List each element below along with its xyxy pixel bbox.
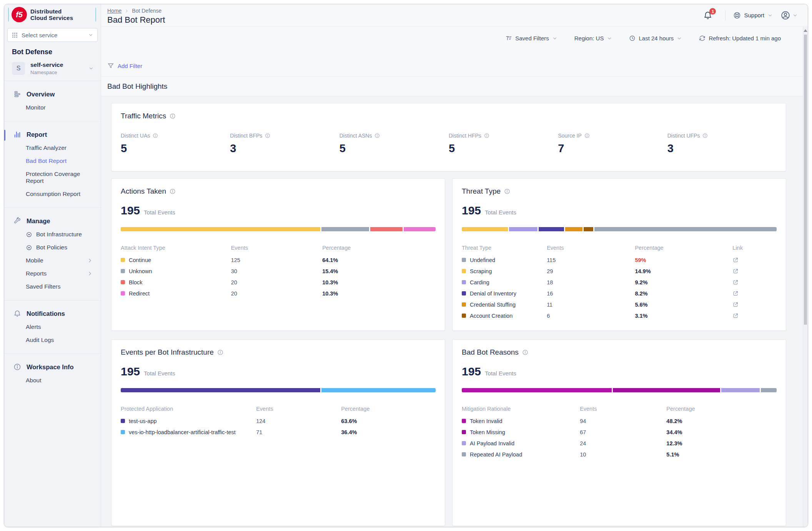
- section-header: Bad Bot Highlights: [101, 76, 808, 96]
- column-header-percentage: Percentage: [666, 406, 777, 412]
- sidebar-section-header-report[interactable]: Report: [4, 121, 101, 141]
- info-icon[interactable]: [170, 188, 176, 194]
- row-label: Token Invalid: [462, 418, 580, 424]
- external-link-icon[interactable]: [732, 290, 739, 297]
- account-menu[interactable]: [780, 10, 798, 20]
- actions-taken-card: Actions Taken195Total EventsAttack Inten…: [111, 178, 445, 331]
- bar-segment-token-missing[interactable]: [613, 388, 720, 392]
- sidebar-item-bot-policies[interactable]: Bot Policies: [4, 241, 101, 254]
- overview-icon: [13, 90, 21, 98]
- bar-segment-token-invalid[interactable]: [462, 388, 612, 392]
- row-events: 29: [547, 268, 635, 274]
- bar-segment-credential-stuffing[interactable]: [565, 227, 582, 231]
- saved-filters-dropdown[interactable]: Saved Filters: [506, 35, 557, 41]
- external-link-icon[interactable]: [732, 279, 739, 285]
- info-icon[interactable]: [217, 349, 223, 355]
- total-events-label: Total Events: [485, 370, 516, 377]
- info-icon[interactable]: [265, 133, 270, 138]
- chevron-down-icon: [677, 36, 682, 41]
- stacked-bar: [462, 388, 777, 392]
- sidebar-item-alerts[interactable]: Alerts: [4, 320, 101, 334]
- bar-segment-repeated-ai-payload[interactable]: [761, 388, 777, 392]
- external-link-icon[interactable]: [732, 302, 739, 308]
- sidebar-item-bad-bot-report[interactable]: Bad Bot Report: [4, 154, 101, 168]
- row-percentage: 59%: [635, 257, 732, 263]
- row-label: Carding: [462, 279, 547, 285]
- sidebar-item-about[interactable]: About: [4, 374, 101, 387]
- row-percentage: 34.4%: [666, 429, 777, 435]
- info-icon[interactable]: [170, 113, 176, 119]
- bar-segment-ai-payload-invalid[interactable]: [721, 388, 760, 392]
- sidebar-section-header-workspace-info[interactable]: Workspace Info: [4, 354, 101, 374]
- row-events: 24: [580, 440, 666, 446]
- column-header-percentage: Percentage: [635, 245, 732, 251]
- info-icon[interactable]: [702, 133, 708, 138]
- info-icon[interactable]: [584, 133, 590, 138]
- row-events: 115: [547, 257, 635, 263]
- legend-swatch: [121, 280, 125, 284]
- row-label-text: Repeated AI Payload: [470, 451, 522, 458]
- content-area: Traffic Metrics Distinct UAs5Distinct BF…: [101, 96, 808, 527]
- namespace-name: self-service: [30, 61, 88, 68]
- sidebar-item-saved-filters[interactable]: Saved Filters: [4, 280, 101, 293]
- external-link-icon[interactable]: [732, 257, 739, 263]
- metric-label-text: Distinct BFPs: [230, 133, 262, 139]
- table-row: Scraping2914.9%: [462, 266, 777, 277]
- sidebar-item-audit-logs[interactable]: Audit Logs: [4, 334, 101, 347]
- bar-segment-undefined[interactable]: [594, 227, 777, 231]
- sidebar-item-label: Consumption Report: [26, 191, 80, 197]
- info-icon[interactable]: [374, 133, 380, 138]
- add-filter-button[interactable]: Add Filter: [107, 62, 142, 69]
- sidebar-section-workspace-info: Workspace InfoAbout: [4, 354, 101, 387]
- info-icon[interactable]: [484, 133, 489, 138]
- table-row: Denial of Inventory168.2%: [462, 288, 777, 299]
- sidebar-item-mobile[interactable]: Mobile: [4, 254, 101, 267]
- support-menu[interactable]: Support: [733, 12, 773, 19]
- bar-segment-scraping[interactable]: [462, 227, 508, 231]
- bar-segment-carding[interactable]: [509, 227, 537, 231]
- column-header-events: Events: [580, 406, 666, 412]
- external-link-icon[interactable]: [732, 268, 739, 274]
- sidebar-item-protection-coverage-report[interactable]: Protection Coverage Report: [4, 168, 101, 188]
- row-events: 10: [580, 451, 666, 458]
- sidebar-item-traffic-analyzer[interactable]: Traffic Analyzer: [4, 141, 101, 154]
- refresh-label: Refresh: Updated 1 min ago: [709, 35, 781, 41]
- support-label: Support: [744, 12, 764, 18]
- bar-segment-block[interactable]: [370, 227, 402, 231]
- sidebar-section-header-notifications[interactable]: Notifications: [4, 300, 101, 320]
- card-title: Bad Bot Reasons: [462, 348, 519, 357]
- refresh-icon: [699, 35, 706, 41]
- sidebar-item-consumption-report[interactable]: Consumption Report: [4, 188, 101, 201]
- traffic-metrics-card: Traffic Metrics Distinct UAs5Distinct BF…: [111, 103, 786, 171]
- scrollbar-thumb[interactable]: [804, 35, 807, 325]
- namespace-selector[interactable]: S self-service Namespace: [4, 56, 101, 81]
- metric-value: 7: [558, 142, 667, 155]
- sidebar-item-monitor[interactable]: Monitor: [4, 101, 101, 114]
- bar-segment-denial-of-inventory[interactable]: [539, 227, 564, 231]
- bar-segment-redirect[interactable]: [404, 227, 436, 231]
- metric-distinct-bfps: Distinct BFPs3: [230, 133, 339, 155]
- bar-segment-unknown[interactable]: [321, 227, 369, 231]
- region-dropdown[interactable]: Region: US: [574, 35, 612, 41]
- sidebar-item-bot-infrastructure[interactable]: Bot Infrastructure: [4, 228, 101, 241]
- bar-segment-test-us-app[interactable]: [121, 388, 320, 392]
- legend-swatch: [121, 291, 125, 295]
- sidebar-section-header-manage[interactable]: Manage: [4, 208, 101, 228]
- select-service-dropdown[interactable]: Select service: [7, 28, 98, 42]
- sidebar-item-reports[interactable]: Reports: [4, 267, 101, 280]
- scrollbar-up-arrow[interactable]: [803, 27, 808, 34]
- table-row: Repeated AI Payload105.1%: [462, 449, 777, 460]
- time-range-dropdown[interactable]: Last 24 hours: [629, 35, 682, 41]
- bar-segment-continue[interactable]: [121, 227, 320, 231]
- bar-segment-account-creation[interactable]: [584, 227, 593, 231]
- external-link-icon[interactable]: [732, 313, 739, 319]
- sidebar-section-header-overview[interactable]: Overview: [4, 81, 101, 101]
- table-row: Token Missing6734.4%: [462, 426, 777, 438]
- vertical-scrollbar[interactable]: [803, 27, 808, 527]
- refresh-button[interactable]: Refresh: Updated 1 min ago: [699, 35, 781, 41]
- info-icon[interactable]: [153, 133, 158, 138]
- info-icon[interactable]: [522, 349, 528, 355]
- bar-segment-ves-io-http-loadbalancer-artificial-traffic-test[interactable]: [321, 388, 436, 392]
- breadcrumb-home-link[interactable]: Home: [107, 8, 121, 14]
- info-icon[interactable]: [504, 188, 510, 194]
